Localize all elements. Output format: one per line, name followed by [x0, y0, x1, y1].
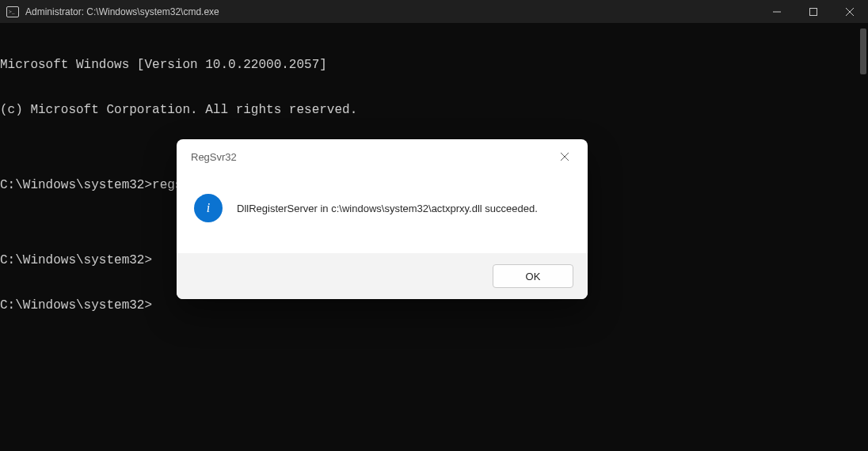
close-button[interactable] [832, 0, 868, 23]
window-controls [759, 0, 868, 23]
regsvr32-dialog: RegSvr32 i DllRegisterServer in c:\windo… [177, 139, 588, 299]
dialog-title: RegSvr32 [191, 151, 237, 163]
scrollbar-thumb[interactable] [860, 28, 866, 74]
window-title: Administrator: C:\Windows\system32\cmd.e… [25, 6, 219, 17]
svg-rect-3 [810, 8, 817, 15]
dialog-footer: OK [177, 253, 588, 299]
dialog-message: DllRegisterServer in c:\windows\system32… [237, 203, 538, 214]
maximize-button[interactable] [795, 0, 832, 23]
close-icon [560, 152, 569, 161]
svg-text:>_: >_ [9, 9, 15, 15]
dialog-titlebar: RegSvr32 [177, 139, 588, 174]
dialog-body: i DllRegisterServer in c:\windows\system… [177, 174, 588, 253]
dialog-close-button[interactable] [553, 145, 577, 169]
cmd-icon: >_ [6, 6, 19, 18]
ok-button[interactable]: OK [493, 264, 573, 288]
terminal-line: Microsoft Windows [Version 10.0.22000.20… [0, 58, 868, 73]
window-titlebar: >_ Administrator: C:\Windows\system32\cm… [0, 0, 868, 23]
info-icon: i [194, 194, 223, 222]
terminal-line: (c) Microsoft Corporation. All rights re… [0, 103, 868, 118]
terminal-line: C:\Windows\system32> [0, 298, 868, 313]
minimize-button[interactable] [759, 0, 795, 23]
